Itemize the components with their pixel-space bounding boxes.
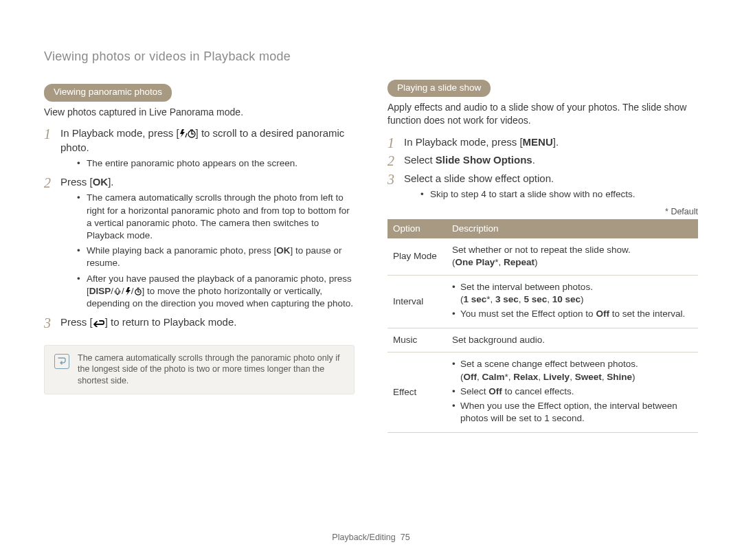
table-row: Interval Set the interval between photos… — [387, 275, 698, 328]
table-row: Effect Set a scene change effect between… — [387, 352, 698, 433]
step-text: ]. — [108, 176, 113, 188]
timer-icon — [134, 287, 142, 295]
substep: After you have paused the playback of a … — [77, 273, 355, 311]
cell-description: Set a scene change effect between photos… — [447, 352, 698, 433]
cell-option: Interval — [387, 275, 447, 328]
substep: Skip to step 4 to start a slide show wit… — [420, 188, 698, 201]
text: to cancel effects. — [502, 386, 574, 396]
step-text: Press [ — [60, 316, 93, 328]
note-icon — [54, 354, 69, 369]
footer-page-num: 75 — [401, 533, 410, 542]
page-footer: Playback/Editing 75 — [0, 532, 742, 544]
table-row: Play Mode Set whether or not to repeat t… — [387, 238, 698, 275]
text: Set the interval between photos. — [460, 282, 593, 292]
options-table: Option Description Play Mode Set whether… — [387, 219, 698, 434]
text: Set the interval between photos. (1 sec*… — [452, 281, 693, 306]
back-icon — [93, 319, 105, 327]
step-text: Select — [404, 154, 436, 166]
step-2: Press [OK]. The camera automatically scr… — [44, 175, 355, 310]
step-bold: Slide Show Options — [436, 154, 532, 166]
substep: The entire panoramic photo appears on th… — [77, 157, 355, 170]
flash-timer-icon — [179, 128, 196, 138]
text: You must set the Effect option to Off to… — [452, 308, 693, 320]
table-row: Music Set background audio. — [387, 328, 698, 352]
text: Set a scene change effect between photos… — [452, 358, 693, 383]
section-pill-slideshow: Playing a slide show — [387, 80, 491, 97]
ok-button-label: OK — [276, 245, 290, 256]
page-title: Viewing photos or videos in Playback mod… — [44, 48, 355, 65]
menu-button-label: MENU — [523, 136, 553, 148]
cell-description: Set the interval between photos. (1 sec*… — [447, 275, 698, 328]
default-tag: * Default — [387, 206, 698, 218]
footer-section: Playback/Editing — [332, 533, 395, 542]
step-text: Select a slide show effect option. — [404, 172, 554, 184]
text: Off — [596, 309, 609, 319]
text: Relax — [513, 372, 538, 382]
cell-description: Set background audio. — [447, 328, 698, 352]
text: Off — [464, 372, 477, 382]
text: Select — [460, 386, 488, 396]
text: Shine — [607, 372, 632, 382]
step-1: In Playback mode, press [] to scroll to … — [44, 126, 355, 170]
text: Lively — [543, 372, 570, 382]
text: 10 sec — [552, 294, 581, 304]
text: While playing back a panoramic photo, pr… — [87, 245, 276, 256]
ok-button-label: OK — [93, 176, 109, 188]
text: You must set the Effect option to — [460, 309, 596, 319]
text: 3 sec — [495, 294, 519, 304]
text: 1 sec — [464, 294, 487, 304]
text: 5 sec — [524, 294, 547, 304]
step-3: Press [] to return to Playback mode. — [44, 315, 355, 329]
flash-icon — [124, 287, 131, 295]
substep: The camera automatically scrolls through… — [77, 192, 355, 242]
text: Calm — [482, 372, 505, 382]
text: Sweet — [575, 372, 602, 382]
slideshow-lead: Apply effects and audio to a slide show … — [387, 101, 698, 127]
step-text: ] to return to Playback mode. — [105, 316, 237, 328]
disp-button-label: DISP — [89, 286, 111, 296]
cell-option: Effect — [387, 352, 447, 433]
text: When you use the Effect option, the inte… — [452, 400, 693, 425]
cell-option: Play Mode — [387, 238, 447, 275]
step-2: Select Slide Show Options. — [387, 153, 698, 167]
note-text: The camera automatically scrolls through… — [78, 352, 344, 388]
cell-option: Music — [387, 328, 447, 352]
step-text: ]. — [553, 136, 559, 148]
step-text: In Playback mode, press [ — [404, 136, 523, 148]
step-1: In Playback mode, press [MENU]. — [387, 135, 698, 149]
text: (One Play*, Repeat) — [452, 257, 538, 267]
step-text: . — [532, 154, 535, 166]
th-description: Description — [447, 219, 698, 238]
text: Select Off to cancel effects. — [452, 385, 693, 398]
panoramic-lead: View photos captured in Live Panorama mo… — [44, 106, 355, 119]
step-3: Select a slide show effect option. Skip … — [387, 172, 698, 201]
substep: While playing back a panoramic photo, pr… — [77, 245, 355, 269]
note-box: The camera automatically scrolls through… — [44, 345, 355, 395]
section-pill-panoramic: Viewing panoramic photos — [44, 84, 172, 101]
macro-icon — [113, 287, 122, 295]
cell-description: Set whether or not to repeat the slide s… — [447, 238, 698, 275]
step-text: Press [ — [60, 176, 93, 188]
text: Off — [488, 386, 502, 396]
th-option: Option — [387, 219, 447, 238]
text: Set a scene change effect between photos… — [460, 359, 638, 369]
text: to set the interval. — [609, 309, 685, 319]
step-text: In Playback mode, press [ — [60, 127, 179, 139]
text: Set whether or not to repeat the slide s… — [452, 245, 631, 255]
